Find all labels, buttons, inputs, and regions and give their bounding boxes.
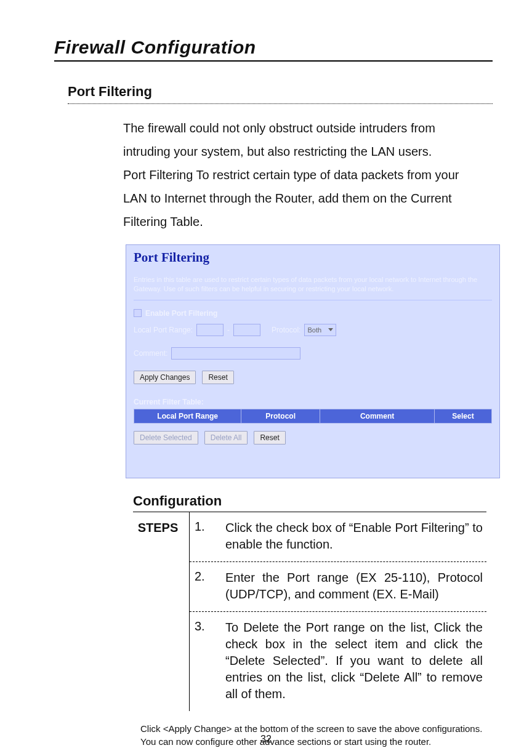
paragraph: Port Filtering To restrict certain type … <box>123 163 474 233</box>
reset-button[interactable]: Reset <box>202 371 233 384</box>
enable-port-filtering-label: Enable Port Filtering <box>145 309 217 318</box>
protocol-label: Protocol: <box>272 326 300 334</box>
filter-table: Local Port Range Protocol Comment Select <box>134 409 492 424</box>
filter-table-title: Current Filter Table: <box>134 398 492 406</box>
reset-table-button[interactable]: Reset <box>254 431 285 444</box>
step-number: 1. <box>195 520 225 553</box>
steps-column-header: STEPS <box>133 512 190 711</box>
steps-table: STEPS 1. Click the check box of “Enable … <box>133 512 486 711</box>
protocol-value: Both <box>307 326 321 334</box>
step-row: 1. Click the check box of “Enable Port F… <box>190 512 486 561</box>
page-title: Firewall Configuration <box>54 37 493 62</box>
th-port-range: Local Port Range <box>134 409 241 423</box>
panel-description: Entries in this table are used to restri… <box>134 275 492 300</box>
port-range-from-input[interactable] <box>196 324 224 336</box>
section-body: The firewall could not only obstruct out… <box>123 116 474 233</box>
delete-all-button[interactable]: Delete All <box>204 431 248 444</box>
page-number: 32 <box>0 734 532 745</box>
port-range-to-input[interactable] <box>233 324 260 336</box>
section-rule <box>68 103 493 104</box>
th-protocol: Protocol <box>241 409 320 423</box>
router-screenshot: Port Filtering Entries in this table are… <box>126 244 500 478</box>
apply-changes-button[interactable]: Apply Changes <box>134 371 196 384</box>
comment-input[interactable] <box>171 347 300 360</box>
step-row: 2. Enter the Port range (EX 25-110), Pro… <box>190 562 486 611</box>
range-dash: - <box>227 326 230 334</box>
delete-selected-button[interactable]: Delete Selected <box>134 431 198 444</box>
protocol-select[interactable]: Both <box>304 324 336 336</box>
step-text: Enter the Port range (EX 25-110), Protoc… <box>225 569 483 603</box>
port-range-label: Local Port Range: <box>134 326 193 334</box>
step-number: 3. <box>195 619 225 702</box>
step-text: Click the check box of “Enable Port Filt… <box>225 520 483 553</box>
step-text: To Delete the Port range on the list, Cl… <box>225 619 483 702</box>
paragraph: The firewall could not only obstruct out… <box>123 116 474 163</box>
chevron-down-icon <box>328 328 333 331</box>
step-row: 3. To Delete the Port range on the list,… <box>190 612 486 711</box>
th-select: Select <box>435 409 492 423</box>
section-title-port-filtering: Port Filtering <box>68 84 493 101</box>
enable-port-filtering-checkbox[interactable] <box>134 309 142 317</box>
panel-title: Port Filtering <box>134 250 492 265</box>
comment-label: Comment: <box>134 349 167 358</box>
configuration-title: Configuration <box>133 493 493 509</box>
th-comment: Comment <box>320 409 435 423</box>
step-number: 2. <box>195 569 225 603</box>
